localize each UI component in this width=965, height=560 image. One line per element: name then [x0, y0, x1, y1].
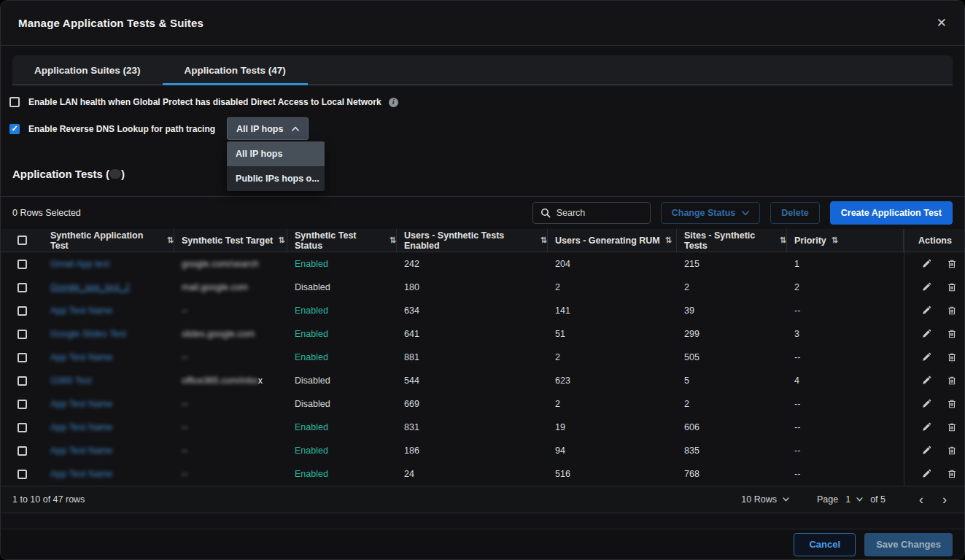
- rows-per-page-select[interactable]: 10 Rows: [741, 494, 789, 505]
- column-header[interactable]: Synthetic Application Test ⇅: [43, 229, 174, 252]
- create-application-test-button[interactable]: Create Application Test: [830, 201, 953, 225]
- edit-pencil-icon[interactable]: [921, 306, 931, 316]
- next-page-icon[interactable]: ›: [937, 493, 953, 506]
- row-checkbox[interactable]: [18, 330, 27, 339]
- test-name-link[interactable]: Gmail App test: [50, 259, 109, 269]
- cell-synthetic-application-test: App Test Name: [43, 462, 174, 486]
- delete-trash-icon[interactable]: [946, 329, 957, 340]
- column-header[interactable]: Synthetic Test Target ⇅: [174, 229, 287, 252]
- row-checkbox[interactable]: [18, 376, 27, 386]
- cell-priority: --: [787, 462, 904, 486]
- test-name-link[interactable]: Google_app_test_2: [50, 282, 130, 292]
- status-text: Enabled: [295, 329, 328, 339]
- page-select[interactable]: 1: [845, 494, 863, 505]
- lan-health-checkbox[interactable]: ✓: [9, 97, 20, 107]
- row-checkbox[interactable]: [18, 260, 27, 269]
- column-header[interactable]: Sites - Synthetic Tests ⇅: [677, 229, 787, 252]
- menu-item-label: Public IPs hops o...: [236, 174, 319, 184]
- row-checkbox[interactable]: [18, 353, 27, 362]
- edit-pencil-icon[interactable]: [921, 329, 931, 340]
- delete-trash-icon[interactable]: [946, 422, 957, 433]
- search-input[interactable]: [557, 208, 643, 218]
- column-header[interactable]: Users - Synthetic Tests Enabled ⇅: [397, 229, 548, 252]
- table-body: Gmail App test google.com/search Enabled…: [1, 252, 964, 486]
- test-name-link[interactable]: App Test Name: [50, 352, 112, 362]
- ip-hops-menu-item[interactable]: Public IPs hops o...: [227, 166, 325, 191]
- status-text: Enabled: [295, 352, 328, 362]
- cell-synthetic-test-target: google.com/search: [174, 252, 287, 276]
- row-checkbox[interactable]: [18, 423, 27, 432]
- delete-trash-icon[interactable]: [946, 376, 957, 386]
- cell-sites-synthetic-tests: 768: [677, 462, 787, 486]
- edit-pencil-icon[interactable]: [921, 446, 931, 456]
- reverse-dns-checkbox[interactable]: ✓: [9, 124, 20, 134]
- row-checkbox[interactable]: [18, 306, 27, 316]
- table-row: Google Slides Test slides.google.com Ena…: [1, 322, 964, 346]
- delete-trash-icon[interactable]: [946, 352, 957, 363]
- edit-pencil-icon[interactable]: [921, 469, 931, 480]
- cell-synthetic-application-test: App Test Name: [43, 346, 174, 369]
- test-name-link[interactable]: App Test Name: [50, 446, 112, 456]
- row-checkbox[interactable]: [18, 470, 27, 479]
- edit-pencil-icon[interactable]: [921, 282, 931, 293]
- save-changes-button[interactable]: Save Changes: [864, 533, 953, 556]
- edit-pencil-icon[interactable]: [921, 399, 931, 410]
- sort-icon[interactable]: ⇅: [665, 236, 672, 245]
- create-label: Create Application Test: [841, 208, 942, 218]
- delete-trash-icon[interactable]: [946, 259, 957, 270]
- row-checkbox[interactable]: [18, 446, 27, 456]
- edit-pencil-icon[interactable]: [921, 259, 931, 270]
- test-name-link[interactable]: Google Slides Test: [50, 329, 126, 339]
- previous-page-icon[interactable]: ‹: [913, 493, 929, 506]
- cancel-button[interactable]: Cancel: [794, 533, 856, 556]
- test-name-link[interactable]: App Test Name: [50, 306, 112, 316]
- tab[interactable]: Application Suites (23): [12, 55, 163, 85]
- status-text: Disabled: [295, 376, 330, 386]
- modal-title: Manage Application Tests & Suites: [18, 17, 204, 29]
- sort-icon[interactable]: ⇅: [278, 236, 284, 245]
- close-icon[interactable]: ✕: [937, 17, 947, 29]
- delete-trash-icon[interactable]: [946, 469, 957, 480]
- sort-icon[interactable]: ⇅: [390, 236, 396, 245]
- edit-pencil-icon[interactable]: [921, 376, 931, 386]
- sort-icon[interactable]: ⇅: [167, 236, 174, 245]
- cell-sites-synthetic-tests: 505: [677, 346, 787, 369]
- table-row: App Test Name -- Enabled 634 141 39: [1, 299, 964, 322]
- column-header[interactable]: Priority ⇅: [787, 229, 904, 252]
- cell-synthetic-test-status: Enabled: [287, 439, 397, 462]
- cell-synthetic-test-target: --: [174, 392, 287, 416]
- test-name-link[interactable]: App Test Name: [50, 399, 112, 409]
- delete-trash-icon[interactable]: [946, 446, 957, 456]
- ip-hops-dropdown-button[interactable]: All IP hops: [227, 117, 309, 140]
- sort-icon[interactable]: ⇅: [832, 236, 838, 245]
- cell-sites-synthetic-tests: 215: [677, 252, 787, 276]
- select-all-checkbox[interactable]: [18, 236, 27, 245]
- row-checkbox[interactable]: [18, 283, 27, 292]
- test-name-link[interactable]: O365 Test: [50, 376, 92, 386]
- cell-synthetic-test-status: Enabled: [287, 322, 397, 346]
- column-header[interactable]: Users - Generating RUM ⇅: [548, 229, 677, 252]
- info-icon[interactable]: i: [389, 98, 398, 107]
- test-name-link[interactable]: App Test Name: [50, 422, 112, 432]
- column-header[interactable]: Synthetic Test Status ⇅: [287, 229, 397, 252]
- delete-trash-icon[interactable]: [946, 282, 957, 293]
- cell-priority: 1: [787, 252, 904, 276]
- edit-pencil-icon[interactable]: [921, 352, 931, 363]
- change-status-button[interactable]: Change Status: [661, 202, 761, 224]
- cell-users-generating-rum: 19: [548, 416, 677, 439]
- delete-button[interactable]: Delete: [770, 202, 820, 224]
- sort-icon[interactable]: ⇅: [540, 236, 547, 245]
- tab[interactable]: Application Tests (47): [163, 55, 308, 85]
- tabs-area: Application Suites (23) Application Test…: [1, 46, 964, 85]
- delete-trash-icon[interactable]: [946, 399, 957, 410]
- test-target-text: slides.google.com: [182, 329, 255, 339]
- ip-hops-menu-item[interactable]: All IP hops: [227, 141, 325, 166]
- header-checkbox-cell: [1, 236, 43, 245]
- test-name-link[interactable]: App Test Name: [50, 469, 112, 479]
- column-header[interactable]: Actions: [904, 229, 965, 252]
- edit-pencil-icon[interactable]: [921, 422, 931, 433]
- page-number: 1: [845, 494, 850, 505]
- sort-icon[interactable]: ⇅: [780, 236, 786, 245]
- row-checkbox[interactable]: [18, 400, 27, 409]
- delete-trash-icon[interactable]: [946, 306, 957, 316]
